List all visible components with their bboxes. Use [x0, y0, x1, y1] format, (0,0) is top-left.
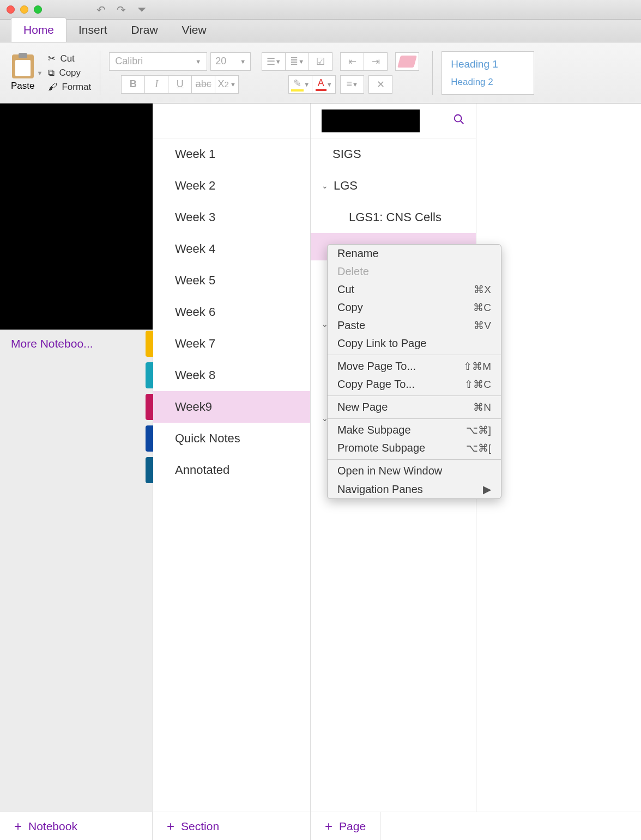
copy-icon: ⧉ [48, 68, 55, 78]
cm-opennew[interactable]: Open in New Window [328, 462, 501, 480]
eraser-button[interactable] [395, 52, 419, 71]
checklist-button[interactable]: ☑ [309, 52, 332, 71]
cm-moveto[interactable]: Move Page To...⇧⌘M [328, 357, 501, 375]
page-item[interactable]: SIGS [311, 138, 476, 170]
plus-icon: + [167, 819, 174, 834]
section-item[interactable]: Week 4 [153, 233, 310, 265]
section-item-selected[interactable]: Week9 [153, 391, 310, 423]
separator [328, 395, 501, 396]
cm-navpanes[interactable]: Navigation Panes▶ [328, 480, 501, 498]
redo-button[interactable]: ↷ [117, 3, 126, 16]
undo-button[interactable]: ↶ [96, 3, 106, 16]
notebook-redacted[interactable] [0, 104, 153, 330]
notebooks-panel: More Noteboo... [0, 104, 153, 812]
separator [328, 459, 501, 460]
clipboard-group: Paste ▼ ✂Cut ⧉Copy 🖌Format [5, 42, 96, 103]
close-window-button[interactable] [7, 5, 15, 14]
bold-button[interactable]: B [121, 75, 145, 94]
separator [328, 355, 501, 355]
style-heading2[interactable]: Heading 2 [451, 74, 525, 91]
align-button[interactable]: ≡▼ [340, 75, 364, 94]
brush-icon: 🖌 [48, 82, 57, 93]
paste-button[interactable]: Paste [11, 54, 34, 92]
underline-button[interactable]: U [168, 75, 192, 94]
plus-icon: + [14, 819, 22, 834]
search-icon[interactable] [453, 113, 465, 129]
font-group: Calibri▼ 20▼ B I U abc X2▼ [104, 42, 256, 103]
cm-promote[interactable]: Promote Subpage⌥⌘[ [328, 439, 501, 457]
section-item[interactable]: Week 7 [153, 328, 310, 360]
footer: +Notebook +Section +Page [0, 812, 641, 840]
cm-copylink[interactable]: Copy Link to Page [328, 334, 501, 352]
maximize-window-button[interactable] [34, 5, 42, 14]
svg-line-1 [460, 120, 463, 124]
ribbon-tabs: Home Insert Draw View [0, 20, 641, 42]
font-color-button[interactable]: A▼ [312, 75, 336, 94]
section-item[interactable]: Quick Notes [153, 423, 310, 454]
styles-group: Heading 1 Heading 2 [436, 42, 540, 103]
copy-button[interactable]: ⧉Copy [48, 68, 91, 78]
add-page-button[interactable]: +Page [311, 812, 380, 840]
section-item[interactable]: Week 5 [153, 265, 310, 296]
section-item[interactable]: Annotated [153, 454, 310, 486]
bullets-button[interactable]: ☰▼ [262, 52, 286, 71]
italic-button[interactable]: I [144, 75, 168, 94]
separator [328, 418, 501, 419]
cm-copyto[interactable]: Copy Page To...⇧⌘C [328, 375, 501, 393]
cm-rename[interactable]: Rename [328, 245, 501, 263]
font-size-select[interactable]: 20▼ [210, 52, 251, 71]
tab-home[interactable]: Home [11, 17, 66, 42]
page-item-sub[interactable]: LGS1: CNS Cells [311, 202, 476, 233]
tab-insert[interactable]: Insert [66, 18, 119, 42]
sections-panel: Week 1 Week 2 Week 3 Week 4 Week 5 Week … [153, 104, 311, 812]
cm-cut[interactable]: Cut⌘X [328, 281, 501, 299]
indent-button[interactable]: ⇥ [364, 52, 388, 71]
scissors-icon: ✂ [48, 53, 56, 64]
svg-point-0 [454, 114, 461, 121]
workspace: More Noteboo... Week 1 Week 2 Week 3 Wee… [0, 104, 641, 812]
page-group[interactable]: ⌄LGS [311, 170, 476, 202]
sections-header [153, 104, 310, 138]
subscript-button[interactable]: X2▼ [215, 75, 239, 94]
paste-label: Paste [11, 81, 34, 92]
format-painter-button[interactable]: 🖌Format [48, 82, 91, 93]
qat-customize-button[interactable]: ⏷ [137, 3, 148, 16]
section-item[interactable]: Week 3 [153, 202, 310, 233]
notebook-title-redacted [322, 109, 420, 132]
numbering-button[interactable]: ≣▼ [285, 52, 309, 71]
add-notebook-button[interactable]: +Notebook [0, 812, 153, 840]
font-name-select[interactable]: Calibri▼ [109, 52, 207, 71]
minimize-window-button[interactable] [20, 5, 28, 14]
cm-delete: Delete [328, 263, 501, 281]
outdent-button[interactable]: ⇤ [340, 52, 364, 71]
highlight-button[interactable]: ✎▼ [288, 75, 312, 94]
tab-view[interactable]: View [170, 18, 219, 42]
ribbon: Paste ▼ ✂Cut ⧉Copy 🖌Format Calibri▼ 20▼ … [0, 42, 641, 104]
window-controls [7, 5, 42, 14]
cm-newpage[interactable]: New Page⌘N [328, 398, 501, 416]
section-item[interactable]: Week 2 [153, 170, 310, 202]
cm-copy[interactable]: Copy⌘C [328, 299, 501, 316]
pages-header [311, 104, 476, 138]
paragraph-group: ☰▼ ≣▼ ☑ ⇤ ⇥ ✎▼ A▼ ≡▼ ✕ [256, 42, 429, 103]
cut-button[interactable]: ✂Cut [48, 53, 91, 64]
section-item[interactable]: Week 6 [153, 296, 310, 328]
cm-makesub[interactable]: Make Subpage⌥⌘] [328, 421, 501, 439]
paste-dropdown[interactable]: ▼ [37, 70, 43, 76]
quick-access-toolbar: ↶ ↷ ⏷ [96, 3, 148, 16]
styles-gallery[interactable]: Heading 1 Heading 2 [442, 51, 534, 95]
cm-paste[interactable]: Paste⌘V [328, 316, 501, 334]
eraser-icon [397, 56, 417, 68]
submenu-arrow-icon: ▶ [483, 483, 491, 496]
add-section-button[interactable]: +Section [153, 812, 311, 840]
section-item[interactable]: Week 1 [153, 138, 310, 170]
style-heading1[interactable]: Heading 1 [451, 55, 525, 74]
chevron-down-icon: ⌄ [322, 181, 328, 190]
strikethrough-button[interactable]: abc [191, 75, 215, 94]
clipboard-icon [12, 54, 34, 78]
divider [432, 51, 433, 95]
section-item[interactable]: Week 8 [153, 360, 310, 391]
tab-draw[interactable]: Draw [119, 18, 170, 42]
delete-button[interactable]: ✕ [368, 75, 392, 94]
more-notebooks-link[interactable]: More Noteboo... [0, 330, 153, 358]
